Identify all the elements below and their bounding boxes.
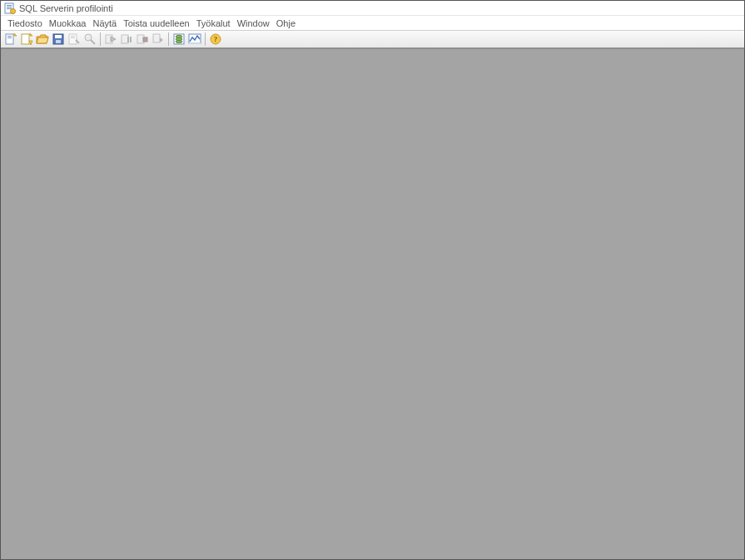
svg-rect-26: [153, 34, 160, 42]
activity-monitor-button[interactable]: [187, 32, 202, 47]
menu-edit[interactable]: Muokkaa: [46, 17, 90, 29]
svg-rect-23: [130, 37, 132, 42]
save-icon: [52, 32, 65, 46]
toolbar-separator: [205, 32, 206, 46]
properties-button: [67, 32, 82, 47]
help-icon: ?: [209, 32, 222, 46]
svg-rect-13: [55, 35, 62, 38]
svg-rect-33: [189, 42, 201, 44]
toolbar-separator: [100, 32, 101, 46]
new-trace-icon: [4, 32, 17, 46]
svg-marker-8: [14, 33, 17, 36]
new-template-button[interactable]: [19, 32, 34, 47]
svg-rect-22: [127, 37, 129, 42]
autoscroll-button: [151, 32, 166, 47]
svg-rect-21: [122, 35, 128, 43]
svg-point-31: [176, 40, 182, 42]
menu-tools[interactable]: Työkalut: [193, 17, 234, 29]
properties-icon: [67, 32, 81, 46]
stop-icon: [136, 32, 149, 46]
svg-rect-16: [71, 36, 75, 37]
menubar: Tiedosto Muokkaa Näytä Toista uudelleen …: [1, 16, 744, 30]
menu-view[interactable]: Näytä: [89, 17, 120, 29]
new-trace-button[interactable]: [3, 32, 18, 47]
mdi-client-area: [1, 48, 744, 559]
pause-button: [119, 32, 134, 47]
help-button[interactable]: ?: [208, 32, 223, 47]
svg-marker-27: [160, 37, 163, 42]
svg-rect-15: [69, 34, 77, 44]
menu-replay[interactable]: Toista uudelleen: [120, 17, 193, 29]
svg-rect-1: [7, 5, 12, 6]
menu-file[interactable]: Tiedosto: [4, 17, 46, 29]
run-icon: [104, 32, 117, 46]
pause-icon: [120, 32, 133, 46]
open-button[interactable]: [35, 32, 50, 47]
toolbar-separator: [168, 32, 169, 46]
svg-rect-5: [6, 34, 13, 44]
svg-rect-9: [22, 34, 29, 44]
svg-rect-2: [7, 7, 12, 7]
run-button: [103, 32, 118, 47]
toolbar: ?: [1, 30, 744, 48]
svg-rect-3: [7, 8, 12, 9]
svg-marker-20: [111, 37, 116, 42]
menu-window[interactable]: Window: [234, 17, 273, 29]
activity-monitor-icon: [188, 32, 201, 46]
svg-rect-17: [71, 37, 75, 38]
svg-marker-10: [30, 33, 32, 36]
tuning-advisor-button[interactable]: [171, 32, 186, 47]
app-icon: [4, 2, 16, 14]
svg-point-18: [85, 34, 92, 41]
svg-rect-14: [56, 40, 61, 43]
titlebar: SQL Serverin profilointi: [1, 1, 744, 16]
tuning-advisor-icon: [172, 32, 186, 46]
svg-point-4: [11, 8, 16, 13]
svg-marker-11: [29, 41, 32, 45]
svg-text:?: ?: [214, 35, 218, 43]
save-button[interactable]: [51, 32, 66, 47]
main-window: SQL Serverin profilointi Tiedosto Muokka…: [1, 1, 744, 559]
new-file-icon: [20, 32, 33, 46]
find-icon: [83, 32, 97, 46]
svg-rect-7: [7, 37, 12, 38]
find-button: [82, 32, 97, 47]
menu-help[interactable]: Ohje: [273, 17, 299, 29]
open-folder-icon: [36, 32, 49, 46]
svg-rect-6: [7, 36, 12, 37]
stop-button: [135, 32, 150, 47]
window-title: SQL Serverin profilointi: [19, 3, 113, 13]
autoscroll-icon: [151, 32, 165, 46]
svg-rect-25: [143, 37, 147, 42]
